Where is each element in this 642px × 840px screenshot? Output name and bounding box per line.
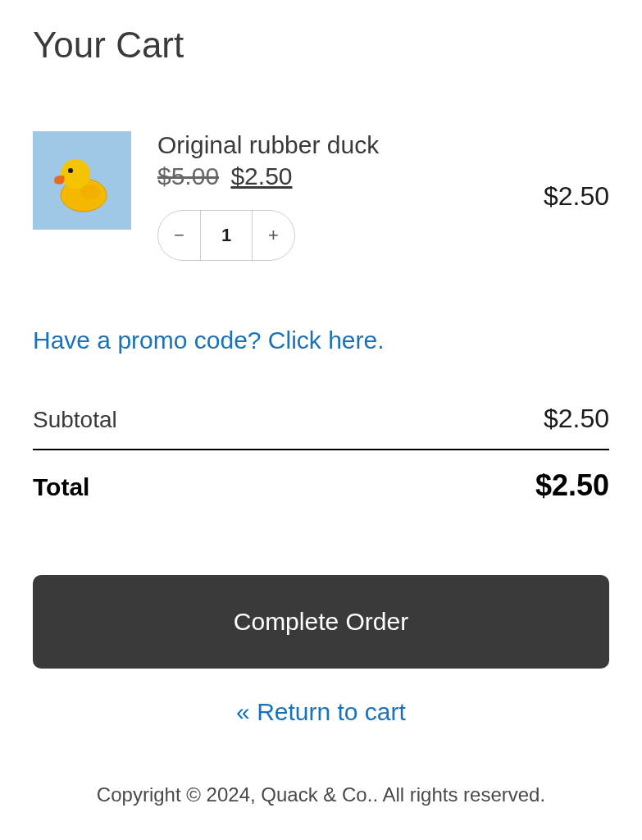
cart-item: Original rubber duck $5.00 $2.50 − 1 + $… [33, 131, 609, 261]
quantity-stepper: − 1 + [157, 210, 295, 261]
price-original: $5.00 [157, 162, 219, 189]
page-title: Your Cart [33, 25, 609, 66]
duck-icon [33, 131, 131, 230]
quantity-decrement-button[interactable]: − [158, 211, 201, 260]
promo-code-link[interactable]: Have a promo code? Click here. [33, 326, 609, 354]
quantity-increment-button[interactable]: + [252, 211, 294, 260]
subtotal-row: Subtotal $2.50 [33, 394, 609, 450]
svg-point-4 [68, 168, 73, 173]
subtotal-value: $2.50 [544, 404, 609, 434]
quantity-value: 1 [201, 225, 252, 246]
complete-order-button[interactable]: Complete Order [33, 575, 609, 669]
footer-text: Copyright © 2024, Quack & Co.. All right… [33, 783, 609, 806]
order-summary: Subtotal $2.50 Total $2.50 [33, 394, 609, 518]
product-details: Original rubber duck $5.00 $2.50 − 1 + [157, 131, 517, 261]
total-value: $2.50 [535, 468, 609, 503]
price-line: $5.00 $2.50 [157, 162, 517, 190]
total-row: Total $2.50 [33, 450, 609, 518]
svg-point-3 [61, 159, 90, 189]
return-to-cart-link[interactable]: « Return to cart [33, 698, 609, 726]
product-image [33, 131, 131, 230]
product-name: Original rubber duck [157, 131, 517, 159]
total-label: Total [33, 473, 89, 501]
line-total: $2.50 [544, 181, 609, 212]
price-sale: $2.50 [230, 162, 292, 189]
subtotal-label: Subtotal [33, 407, 117, 433]
svg-point-5 [80, 185, 100, 199]
